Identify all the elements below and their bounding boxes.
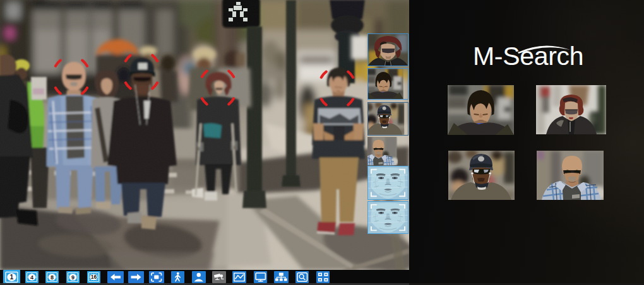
svg-text:8: 8 [51,274,54,281]
svg-text:1: 1 [10,273,14,281]
svg-text:16: 16 [90,274,97,280]
svg-text:4: 4 [30,274,33,281]
svg-text:9: 9 [71,274,74,281]
